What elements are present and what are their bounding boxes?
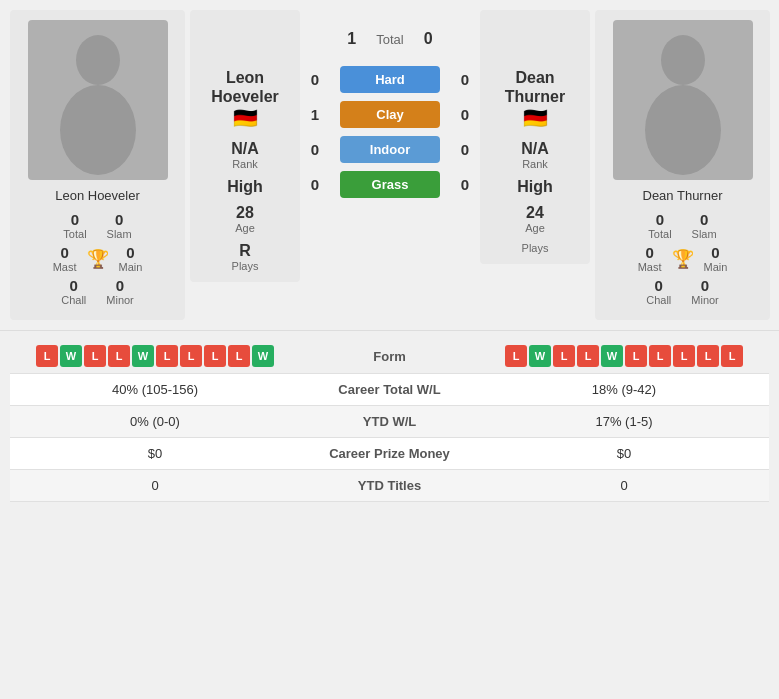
player-right-trophy-row: 0 Mast 🏆 0 Main bbox=[638, 244, 728, 273]
career-stat-right: $0 bbox=[479, 446, 769, 461]
career-stat-right: 18% (9-42) bbox=[479, 382, 769, 397]
player-right-flag: 🇩🇪 bbox=[523, 106, 548, 130]
form-badge: W bbox=[60, 345, 82, 367]
form-left-badges: LWLLWLLLLW bbox=[10, 345, 300, 367]
career-stat-left: 0% (0-0) bbox=[10, 414, 300, 429]
player-left-header: LeonHoeveler 🇩🇪 bbox=[190, 58, 300, 132]
clay-row: 1 Clay 0 bbox=[305, 101, 475, 128]
form-row: LWLLWLLLLW Form LWLLWLLLLL bbox=[10, 339, 769, 374]
hard-score-left: 0 bbox=[305, 71, 325, 88]
form-badge: L bbox=[577, 345, 599, 367]
form-badge: W bbox=[132, 345, 154, 367]
player-left-total: 0 Total bbox=[63, 211, 86, 240]
left-surface-block: High bbox=[195, 178, 295, 196]
form-badge: L bbox=[697, 345, 719, 367]
clay-button[interactable]: Clay bbox=[340, 101, 440, 128]
form-badge: L bbox=[180, 345, 202, 367]
grass-button[interactable]: Grass bbox=[340, 171, 440, 198]
career-stat-left: 0 bbox=[10, 478, 300, 493]
form-right-badges: LWLLWLLLLL bbox=[479, 345, 769, 367]
career-stat-label: Career Total W/L bbox=[300, 382, 479, 397]
player-right-name: Dean Thurner bbox=[643, 188, 723, 203]
player-left-chall: 0 Chall bbox=[61, 277, 86, 306]
form-badge: L bbox=[721, 345, 743, 367]
grass-score-right: 0 bbox=[455, 176, 475, 193]
right-plays-block: Plays bbox=[485, 242, 585, 254]
career-stat-right: 17% (1-5) bbox=[479, 414, 769, 429]
career-stat-row: 0% (0-0)YTD W/L17% (1-5) bbox=[10, 406, 769, 438]
career-stat-left: 40% (105-156) bbox=[10, 382, 300, 397]
form-badge: L bbox=[36, 345, 58, 367]
total-score-right: 0 bbox=[424, 30, 433, 48]
left-rank-block: N/A Rank bbox=[195, 140, 295, 170]
player-right-minor: 0 Minor bbox=[691, 277, 719, 306]
form-badge: L bbox=[673, 345, 695, 367]
form-badge: L bbox=[625, 345, 647, 367]
indoor-score-left: 0 bbox=[305, 141, 325, 158]
total-label: Total bbox=[376, 32, 403, 47]
player-left-stats-bottom: 0 Chall 0 Minor bbox=[61, 277, 134, 306]
svg-point-3 bbox=[645, 85, 721, 175]
left-plays-block: R Plays bbox=[195, 242, 295, 272]
main-container: Leon Hoeveler 0 Total 0 Slam 0 Mast 🏆 bbox=[0, 0, 779, 510]
career-stat-row: 40% (105-156)Career Total W/L18% (9-42) bbox=[10, 374, 769, 406]
form-badge: L bbox=[84, 345, 106, 367]
svg-point-2 bbox=[661, 35, 705, 85]
player-right-main: 0 Main bbox=[704, 244, 728, 273]
player-left-avatar bbox=[28, 20, 168, 180]
player-left-mast: 0 Mast bbox=[53, 244, 77, 273]
form-section: LWLLWLLLLW Form LWLLWLLLLL 40% (105-156)… bbox=[0, 330, 779, 510]
grass-score-left: 0 bbox=[305, 176, 325, 193]
form-badge: L bbox=[649, 345, 671, 367]
left-age-block: 28 Age bbox=[195, 204, 295, 234]
player-right-stats-top: 0 Total 0 Slam bbox=[648, 211, 716, 240]
indoor-button[interactable]: Indoor bbox=[340, 136, 440, 163]
player-left-slam: 0 Slam bbox=[107, 211, 132, 240]
indoor-row: 0 Indoor 0 bbox=[305, 136, 475, 163]
form-badge: L bbox=[228, 345, 250, 367]
career-stat-label: Career Prize Money bbox=[300, 446, 479, 461]
clay-score-right: 0 bbox=[455, 106, 475, 123]
form-badge: L bbox=[553, 345, 575, 367]
svg-point-1 bbox=[60, 85, 136, 175]
player-right-header-name: DeanThurner bbox=[505, 68, 565, 106]
form-badge: L bbox=[108, 345, 130, 367]
hard-row: 0 Hard 0 bbox=[305, 66, 475, 93]
clay-score-left: 1 bbox=[305, 106, 325, 123]
form-badge: W bbox=[252, 345, 274, 367]
player-left-flag: 🇩🇪 bbox=[233, 106, 258, 130]
player-left-main: 0 Main bbox=[119, 244, 143, 273]
player-right-mast: 0 Mast bbox=[638, 244, 662, 273]
svg-point-0 bbox=[76, 35, 120, 85]
total-score-left: 1 bbox=[347, 30, 356, 48]
grass-row: 0 Grass 0 bbox=[305, 171, 475, 198]
comparison-area: Leon Hoeveler 0 Total 0 Slam 0 Mast 🏆 bbox=[0, 0, 779, 330]
player-left-name: Leon Hoeveler bbox=[55, 188, 140, 203]
player-right-card: Dean Thurner 0 Total 0 Slam 0 Mast 🏆 bbox=[595, 10, 770, 320]
career-stat-right: 0 bbox=[479, 478, 769, 493]
career-stat-label: YTD Titles bbox=[300, 478, 479, 493]
player-left-header-name: LeonHoeveler bbox=[211, 68, 279, 106]
hard-button[interactable]: Hard bbox=[340, 66, 440, 93]
form-badge: W bbox=[529, 345, 551, 367]
hard-score-right: 0 bbox=[455, 71, 475, 88]
player-left-trophy-row: 0 Mast 🏆 0 Main bbox=[53, 244, 143, 273]
center-stats-right: DeanThurner 🇩🇪 N/A Rank High 24 Age Play… bbox=[480, 10, 590, 264]
career-stat-label: YTD W/L bbox=[300, 414, 479, 429]
indoor-score-right: 0 bbox=[455, 141, 475, 158]
player-left-card: Leon Hoeveler 0 Total 0 Slam 0 Mast 🏆 bbox=[10, 10, 185, 320]
total-score-row: 1 Total 0 bbox=[305, 10, 475, 48]
form-badge: L bbox=[505, 345, 527, 367]
career-stats-container: 40% (105-156)Career Total W/L18% (9-42)0… bbox=[10, 374, 769, 502]
right-rank-block: N/A Rank bbox=[485, 140, 585, 170]
court-rows: 0 Hard 0 1 Clay 0 0 Indoor 0 bbox=[305, 66, 475, 198]
trophy-left-icon: 🏆 bbox=[87, 248, 109, 270]
player-left-minor: 0 Minor bbox=[106, 277, 134, 306]
career-stat-row: 0YTD Titles0 bbox=[10, 470, 769, 502]
court-scores-col: 1 Total 0 0 Hard 0 1 Clay 0 bbox=[305, 10, 475, 198]
center-stats-left: LeonHoeveler 🇩🇪 N/A Rank High 28 Age R P… bbox=[190, 10, 300, 282]
form-badge: W bbox=[601, 345, 623, 367]
player-right-stats-bottom: 0 Chall 0 Minor bbox=[646, 277, 719, 306]
player-right-chall: 0 Chall bbox=[646, 277, 671, 306]
right-age-block: 24 Age bbox=[485, 204, 585, 234]
